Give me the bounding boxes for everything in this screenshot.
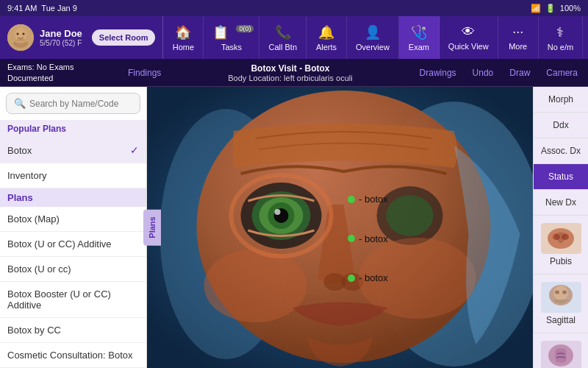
sagittal-label: Sagittal xyxy=(546,315,576,325)
plans-header: Plans xyxy=(0,188,146,207)
select-room-button[interactable]: Select Room xyxy=(92,29,156,46)
status-bar-left: 9:41 AM Tue Jan 9 xyxy=(7,4,77,13)
home-icon: 🏠 xyxy=(175,24,191,40)
battery-level: 100% xyxy=(560,4,581,13)
exam-icon: 🩺 xyxy=(411,24,427,40)
ddx-label: Ddx xyxy=(553,120,568,130)
visit-title: Botox Visit - Botox xyxy=(164,63,416,74)
botox-checkmark: ✓ xyxy=(130,144,139,156)
svg-point-16 xyxy=(387,195,434,236)
nav-item-exam[interactable]: 🩺 Exam xyxy=(399,16,440,59)
nav-label-more: More xyxy=(509,42,527,51)
right-item-sagittal[interactable]: Sagittal xyxy=(534,275,588,333)
nav-item-home[interactable]: 🏠 Home xyxy=(163,16,204,59)
search-icon: 🔍 xyxy=(14,98,26,109)
botox-label-2: - botox xyxy=(348,233,388,244)
list-item-botox-additive[interactable]: Botox (U or CC) Additive xyxy=(0,232,146,257)
battery-icon: 🔋 xyxy=(545,4,556,13)
sinus-thumb xyxy=(541,341,581,368)
exams-line1: Exams: No Exams xyxy=(7,62,125,72)
status-label: Status xyxy=(548,171,573,182)
pubis-thumb xyxy=(541,223,581,254)
user-section: Jane Doe 5/5/70 (52) F Select Room xyxy=(0,16,163,59)
botox-text-2: - botox xyxy=(359,233,388,244)
wifi-icon: 📶 xyxy=(531,4,541,13)
nav-label-noem: No e/m xyxy=(548,43,573,52)
botox-cc-label: Botox (U or cc) xyxy=(7,263,71,275)
pubis-label: Pubis xyxy=(550,256,572,266)
user-name: Jane Doe xyxy=(40,28,82,39)
sub-nav: Exams: No Exams Documented Findings Boto… xyxy=(0,59,588,87)
assocdx-label: Assoc. Dx xyxy=(541,146,581,156)
nav-item-tasks[interactable]: 📋 0(0) Tasks xyxy=(204,16,259,59)
botox-by-cc-label: Botox by CC xyxy=(7,325,61,336)
camera-button[interactable]: Camera xyxy=(543,66,581,79)
exams-line2: Documented xyxy=(7,73,125,83)
list-item-cosmetic[interactable]: Cosmetic Consultation: Botox xyxy=(0,343,146,368)
left-panel: 🔍 Popular Plans Botox ✓ Inventory Plans … xyxy=(0,87,147,368)
right-item-assocdx[interactable]: Assoc. Dx xyxy=(534,138,588,164)
newdx-label: New Dx xyxy=(545,197,576,208)
inventory-label: Inventory xyxy=(7,170,46,181)
nav-label-quickview: Quick View xyxy=(448,42,489,51)
drawings-button[interactable]: Drawings xyxy=(417,66,459,79)
list-item-botox-map[interactable]: Botox (Map) xyxy=(0,207,146,232)
right-item-sinus[interactable]: Sinus xyxy=(534,333,588,368)
undo-button[interactable]: Undo xyxy=(470,66,497,79)
right-panel: Morph Ddx Assoc. Dx Status New Dx Pubis xyxy=(533,87,588,368)
botox-map-label: Botox (Map) xyxy=(7,213,60,224)
alerts-icon: 🔔 xyxy=(318,24,334,40)
noem-icon: ⚕ xyxy=(556,24,564,40)
sub-nav-center: Botox Visit - Botox Body Location: left … xyxy=(164,63,416,82)
nav-item-more[interactable]: ··· More xyxy=(498,16,539,59)
right-item-ddx[interactable]: Ddx xyxy=(534,113,588,138)
list-item-botox-cc[interactable]: Botox (U or cc) xyxy=(0,257,146,282)
botox-dot-2 xyxy=(348,235,355,242)
nav-label-overview: Overview xyxy=(356,43,390,52)
popular-plans-header: Popular Plans xyxy=(0,120,146,138)
findings-button[interactable]: Findings xyxy=(125,66,164,79)
nav-item-quickview[interactable]: 👁 Quick View xyxy=(440,16,498,59)
cosmetic-label: Cosmetic Consultation: Botox xyxy=(7,350,133,361)
nav-label-tasks: Tasks xyxy=(221,43,242,52)
status-time: 9:41 AM xyxy=(7,4,37,13)
right-item-newdx[interactable]: New Dx xyxy=(534,190,588,216)
nav-item-alerts[interactable]: 🔔 Alerts xyxy=(306,16,347,59)
svg-point-24 xyxy=(553,234,560,240)
list-item-inventory[interactable]: Inventory xyxy=(0,163,146,188)
right-item-morph[interactable]: Morph xyxy=(534,87,588,113)
list-item-botox-by-cc[interactable]: Botox by CC xyxy=(0,318,146,343)
right-item-status[interactable]: Status xyxy=(534,164,588,190)
nav-item-overview[interactable]: 👤 Overview xyxy=(347,16,399,59)
sub-nav-right: Drawings Undo Draw Camera xyxy=(417,66,581,79)
callbtn-icon: 📞 xyxy=(275,24,291,40)
status-bar-right: 📶 🔋 100% xyxy=(531,4,581,13)
svg-point-19 xyxy=(204,249,307,322)
draw-button[interactable]: Draw xyxy=(506,66,533,79)
botox-label: Botox xyxy=(7,145,32,156)
nav-label-callbtn: Call Btn xyxy=(268,43,297,52)
top-nav: Jane Doe 5/5/70 (52) F Select Room 🏠 Hom… xyxy=(0,16,588,59)
botox-text-1: - botox xyxy=(359,194,388,205)
search-box[interactable]: 🔍 xyxy=(6,93,140,114)
list-item-botox-booster[interactable]: Botox Booster (U or CC) Additive xyxy=(0,282,146,318)
nav-items: 🏠 Home 📋 0(0) Tasks 📞 Call Btn 🔔 Alerts … xyxy=(163,16,588,59)
list-item-botox[interactable]: Botox ✓ xyxy=(0,138,146,163)
svg-point-3 xyxy=(23,33,25,35)
svg-point-29 xyxy=(555,291,559,294)
right-item-pubis[interactable]: Pubis xyxy=(534,216,588,275)
quickview-icon: 👁 xyxy=(462,24,475,40)
nav-label-alerts: Alerts xyxy=(316,43,337,52)
body-location: Body Location: left orbicularis oculi xyxy=(164,74,416,82)
avatar-svg xyxy=(7,24,34,51)
sub-nav-left: Exams: No Exams Documented xyxy=(7,62,125,83)
svg-point-14 xyxy=(275,209,281,215)
botox-text-3: - botox xyxy=(359,272,388,283)
plans-tab[interactable]: Plans xyxy=(143,209,161,245)
search-input[interactable] xyxy=(29,99,132,109)
nav-item-noem[interactable]: ⚕ No e/m xyxy=(539,16,583,59)
nav-item-callbtn[interactable]: 📞 Call Btn xyxy=(259,16,306,59)
botox-label-3: - botox xyxy=(348,272,388,283)
avatar xyxy=(7,24,34,51)
botox-dot-1 xyxy=(348,196,355,203)
